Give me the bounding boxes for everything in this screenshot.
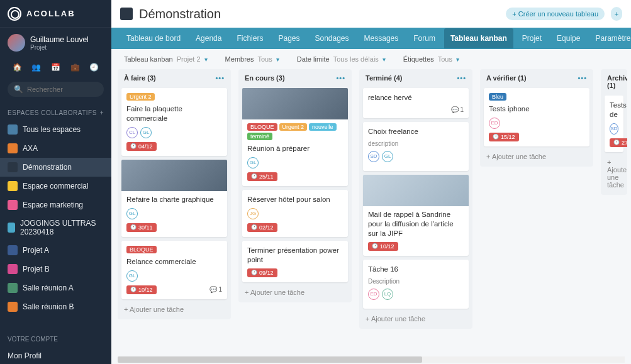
sidebar-item-label: Salle réunion A [23, 284, 74, 292]
logo[interactable]: ACOLLAB [0, 0, 111, 28]
tab-fichiers[interactable]: Fichiers [230, 28, 269, 48]
card-title: Choix freelance [368, 127, 464, 136]
add-task-button[interactable]: Ajouter une tâche [605, 156, 623, 191]
add-task-button[interactable]: Ajouter une tâche [484, 150, 589, 163]
new-board-button[interactable]: + Créer un nouveau tableau [506, 8, 605, 20]
avatar [8, 34, 25, 52]
sidebar-item-démonstration[interactable]: Démonstration [0, 158, 111, 177]
sidebar-item-espace-commercial[interactable]: Espace commercial [0, 177, 111, 196]
column-menu-icon[interactable]: ••• [457, 74, 466, 82]
sidebar-item-salle-réunion-b[interactable]: Salle réunion B [0, 297, 111, 316]
tab-forum[interactable]: Forum [407, 28, 442, 48]
sidebar-item-label: AXA [23, 144, 38, 153]
user-badge: SD [368, 151, 379, 162]
tag: BLOQUE [247, 123, 277, 131]
tab-tableau-de-bord[interactable]: Tableau de bord [120, 28, 187, 48]
column-menu-icon[interactable]: ••• [578, 74, 587, 82]
search-box[interactable]: 🔍 [8, 82, 104, 97]
tab-messages[interactable]: Messages [358, 28, 405, 48]
user-badge: ED [368, 289, 379, 300]
add-task-button[interactable]: Ajouter une tâche [363, 312, 469, 325]
tag: BLOQUE [126, 246, 157, 253]
history-icon[interactable]: 🕘 [89, 63, 99, 72]
space-color-icon [8, 124, 18, 135]
kanban-card[interactable]: Réserver hôtel pour salonJG02/12 [242, 190, 348, 237]
kanban-card[interactable]: BleuTests iphoneED15/12 [484, 88, 589, 146]
card-title: Faire la plaquette commerciale [126, 104, 222, 123]
tab-projet[interactable]: Projet [516, 28, 548, 48]
tab-equipe[interactable]: Equipe [550, 28, 586, 48]
due-date-chip: 15/12 [489, 133, 519, 141]
sidebar-item-salle-réunion-a[interactable]: Salle réunion A [0, 279, 111, 297]
filters: Tableau kanbanProjet 2▾ MembresTous▾ Dat… [111, 49, 631, 69]
tab-tableau-kanban[interactable]: Tableau kanban [444, 28, 513, 48]
account-section-title: VOTRE COMPTE [0, 328, 111, 348]
kanban-card[interactable]: Urgent 2Faire la plaquette commercialeCL… [121, 88, 227, 156]
user-badge: CL [126, 127, 138, 138]
kanban-card[interactable]: Terminer présentation power point09/12 [242, 241, 348, 282]
kanban-card[interactable]: Tâche 16DescriptionEDLQ [363, 260, 469, 309]
sidebar-item-label: Espace marketing [23, 201, 83, 209]
tag: Urgent 2 [126, 93, 155, 101]
card-assignees: JG [247, 208, 343, 219]
calendar-icon[interactable]: 📅 [51, 63, 60, 72]
tab-pages[interactable]: Pages [272, 28, 306, 48]
column-title: En cours (3) [245, 74, 285, 82]
sidebar-item-joggings-ulttras-20230418[interactable]: JOGGINGS ULTTRAS 20230418 [0, 214, 111, 241]
spaces-section-title: ESPACES COLLABORATIFS + [0, 102, 111, 120]
card-assignees: GL [247, 157, 343, 168]
tab-sondages[interactable]: Sondages [309, 28, 355, 48]
kanban-card[interactable]: Tests deSD27/11 [605, 96, 623, 152]
column-title: Terminé (4) [366, 74, 402, 82]
filter-labels[interactable]: ÉtiquettesTous▾ [403, 55, 459, 63]
card-title: Tests de [610, 101, 618, 119]
tab-agenda[interactable]: Agenda [189, 28, 228, 48]
kanban-column: Archivé (1)•••Tests deSD27/11Ajouter une… [601, 69, 627, 195]
add-task-button[interactable]: Ajouter une tâche [242, 286, 348, 299]
kanban-card[interactable]: relance hervé💬 1 [363, 88, 469, 118]
briefcase-icon[interactable]: 💼 [70, 63, 80, 72]
sidebar-item-tous-les-espaces[interactable]: Tous les espaces [0, 120, 111, 139]
column-menu-icon[interactable]: ••• [215, 74, 225, 82]
user-block[interactable]: Guillaume Louvel Projet [0, 28, 111, 58]
card-tags: BLOQUE [126, 246, 222, 253]
filter-deadline[interactable]: Date limiteTous les délais▾ [297, 55, 386, 63]
sidebar-item-espace-marketing[interactable]: Espace marketing [0, 196, 111, 214]
kanban-card[interactable]: Choix freelancedescriptionSDGL [363, 122, 469, 171]
column-header: Archivé (1)••• [605, 73, 623, 92]
sidebar-item-axa[interactable]: AXA [0, 139, 111, 158]
sidebar-item-projet-b[interactable]: Projet B [0, 260, 111, 279]
column-menu-icon[interactable]: ••• [336, 74, 345, 82]
new-board-button-2[interactable]: + [611, 7, 622, 21]
filter-board[interactable]: Tableau kanbanProjet 2▾ [124, 55, 208, 63]
due-date-chip: 02/12 [247, 223, 277, 232]
user-badge: JG [247, 208, 259, 219]
add-task-button[interactable]: Ajouter une tâche [121, 303, 227, 316]
user-badge: GL [382, 151, 393, 162]
horizontal-scrollbar[interactable] [118, 356, 625, 363]
add-space-icon[interactable]: + [100, 109, 104, 116]
sidebar: ACOLLAB Guillaume Louvel Projet 🏠 👥 📅 💼 … [0, 0, 111, 364]
card-tags: Urgent 2 [126, 93, 222, 101]
column-header: En cours (3)••• [242, 73, 348, 84]
home-icon[interactable]: 🏠 [13, 63, 22, 72]
column-header: A vérifier (1)••• [484, 73, 589, 84]
people-icon[interactable]: 👥 [31, 63, 41, 72]
kanban-card[interactable]: Mail de rappel à Sandrine pour la diffus… [363, 175, 469, 256]
card-image [242, 88, 348, 119]
kanban-card[interactable]: BLOQUERelance commercialeGL10/12💬 1 [121, 241, 227, 299]
card-title: Relance commerciale [126, 257, 222, 267]
profile-link[interactable]: Mon Profil [0, 348, 111, 364]
kanban-card[interactable]: BLOQUEUrgent 2nouvelleterminéRéunion à p… [242, 88, 348, 186]
space-color-icon [8, 143, 18, 153]
user-name: Guillaume Louvel [30, 35, 89, 44]
search-input[interactable] [27, 85, 98, 93]
due-date-chip: 09/12 [247, 268, 277, 277]
tab-paramètres[interactable]: Paramètres [589, 28, 631, 48]
sidebar-item-label: Tous les espaces [23, 125, 81, 134]
filter-members[interactable]: MembresTous▾ [225, 55, 279, 63]
sidebar-item-projet-a[interactable]: Projet A [0, 241, 111, 260]
main: Démonstration + Créer un nouveau tableau… [111, 0, 631, 364]
kanban-column: En cours (3)•••BLOQUEUrgent 2nouvelleter… [238, 69, 352, 302]
kanban-card[interactable]: Refaire la charte graphiqueGL30/11 [121, 160, 227, 237]
